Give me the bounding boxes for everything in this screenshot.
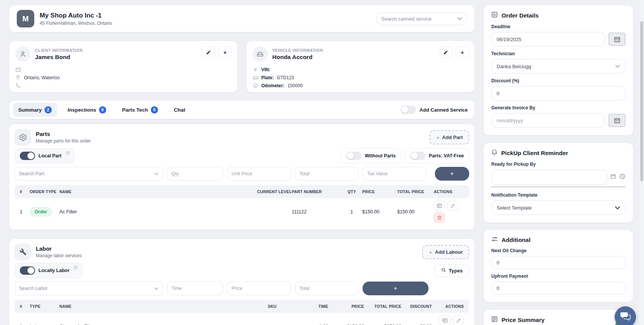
notification-template-select[interactable]: Select Template	[491, 200, 625, 215]
vehicle-plate-row: Plate: GTD123	[252, 74, 468, 82]
sidebar: Order Details Deadline Technician Danka …	[484, 5, 633, 325]
deadline-input[interactable]	[491, 32, 605, 46]
scrollbar-thumb[interactable]	[640, 21, 643, 181]
labor-total-input-wrap	[295, 282, 359, 295]
help-icon[interactable]: ?	[66, 151, 70, 155]
tab-inspections[interactable]: Inspections 0	[62, 103, 112, 117]
add-vehicle-button[interactable]: +	[455, 46, 469, 58]
chevron-down-icon	[154, 173, 158, 175]
labor-time-input-wrap	[167, 282, 223, 295]
ready-pickup-input[interactable]	[491, 170, 607, 185]
shop-logo: M	[17, 10, 34, 27]
col-price: PRICE	[362, 189, 397, 194]
add-canned-service-toggle[interactable]	[401, 106, 416, 114]
pickup-reminder-card: PickUp Client Reminder Ready for Pickup …	[484, 143, 633, 223]
edit-vehicle-button[interactable]	[439, 46, 452, 58]
order-type-badge: Order	[30, 207, 52, 216]
next-oil-change-input[interactable]	[491, 256, 625, 269]
col-discount: DISCOUNT	[401, 304, 432, 309]
labor-price: $150.00	[328, 324, 364, 325]
price-summary-card: Price Summary PART MARGIN LABOR MARGIN	[484, 310, 633, 325]
deadline-calendar-button[interactable]	[609, 33, 625, 46]
labor-name: Change Ac Filter	[59, 324, 246, 325]
part-name: Ac Filter	[59, 209, 250, 215]
labor-note-button[interactable]	[439, 315, 451, 325]
price-summary-icon	[491, 316, 498, 324]
types-button[interactable]: Types	[435, 264, 469, 277]
part-total-price: $150.00	[397, 209, 434, 215]
local-part-toggle[interactable]	[20, 152, 35, 160]
chevron-down-icon	[154, 287, 158, 290]
part-qty-input[interactable]	[171, 171, 219, 176]
part-edit-button[interactable]	[447, 201, 458, 211]
plus-icon: +	[436, 134, 439, 141]
locally-labor-toggle[interactable]	[20, 266, 35, 275]
shop-header-text: My Shop Auto Inc -1 45 FisherHallman, Wi…	[40, 12, 112, 26]
help-icon[interactable]: ?	[74, 266, 78, 270]
tab-label: Inspections	[68, 107, 96, 113]
chat-button[interactable]	[615, 306, 636, 325]
col-time: TIME	[276, 304, 328, 309]
canned-service-select[interactable]: Search canned service	[376, 12, 467, 25]
calendar-icon	[610, 174, 616, 181]
part-note-button[interactable]	[434, 201, 445, 211]
edit-client-button[interactable]	[201, 46, 215, 58]
license-plate-icon	[252, 76, 258, 80]
search-part-select[interactable]: Search Part	[14, 167, 163, 181]
plate-value: GTD123	[277, 75, 294, 80]
invoice-calendar-button[interactable]	[609, 114, 625, 127]
plus-icon: +	[394, 285, 397, 292]
part-unit-price-input[interactable]	[232, 171, 286, 176]
col-price: PRICE	[328, 304, 364, 309]
discount-input[interactable]	[491, 86, 625, 101]
vin-label: VIN:	[261, 67, 270, 72]
add-labor-row-button[interactable]: +	[363, 282, 428, 295]
part-number: 111122	[292, 209, 341, 215]
add-part-row-button[interactable]: +	[435, 167, 469, 181]
upfront-payment-input[interactable]	[491, 282, 625, 295]
labor-total-input[interactable]	[299, 286, 354, 291]
labor-time: 1.00	[276, 324, 328, 325]
invoice-date-input[interactable]	[491, 113, 605, 128]
location-pin-icon	[15, 75, 21, 80]
col-total-price: TOTAL PRICE	[364, 304, 401, 309]
add-part-button[interactable]: + Add Part	[430, 130, 469, 144]
client-location: Ontario, Waterloo	[24, 75, 60, 80]
local-part-label: Local Part	[38, 153, 61, 158]
without-parts-toggle[interactable]	[346, 152, 361, 160]
vehicle-section-label: VEHICLE INFORMATION	[272, 48, 323, 53]
add-labour-button[interactable]: + Add Labour	[422, 245, 469, 259]
chevron-down-icon	[615, 65, 620, 68]
part-total-input[interactable]	[299, 171, 354, 176]
labor-edit-button[interactable]	[453, 315, 464, 325]
tab-summary[interactable]: Summary 2	[13, 103, 57, 117]
locally-labor-chip: Locally Labor ?	[14, 263, 82, 278]
vat-free-toggle[interactable]	[410, 152, 425, 160]
tab-badge: 0	[151, 106, 158, 114]
search-labor-select[interactable]: Search Labor	[14, 282, 163, 295]
add-client-button[interactable]: +	[218, 46, 232, 58]
labor-title: Labor	[36, 245, 82, 252]
vehicle-odometer-row: Odometer: 150000	[252, 82, 468, 90]
vehicle-name: Honda Accord	[272, 54, 323, 61]
part-delete-button[interactable]	[434, 213, 445, 223]
tab-parts-tech[interactable]: Parts Tech 0	[117, 103, 163, 117]
notification-template-value: Select Template	[497, 205, 532, 211]
labor-table-header: # TYPE NAME SKU TIME PRICE TOTAL PRICE D…	[14, 300, 469, 313]
client-info-card: CLIENT INFORMATION James Bond +	[9, 41, 237, 92]
col-qty: QTY	[341, 189, 362, 194]
parts-table-header: # ORDER TYPE NAME CURRENT LEVEL PART NUM…	[14, 185, 469, 198]
bell-icon	[491, 149, 497, 157]
page-scrollbar[interactable]	[639, 0, 644, 325]
col-order-type: ORDER TYPE	[30, 189, 59, 194]
car-icon	[252, 46, 268, 62]
col-total-price: TOTAL PRICE	[397, 189, 434, 194]
technician-select[interactable]: Danka Belciugg	[491, 59, 625, 74]
part-tax-value-input[interactable]	[367, 171, 422, 176]
mail-icon	[15, 67, 21, 72]
labor-price-input[interactable]	[232, 286, 286, 291]
labor-time-input[interactable]	[171, 286, 219, 291]
add-labour-label: Add Labour	[435, 249, 463, 255]
tab-chat[interactable]: Chat	[169, 104, 191, 116]
shop-header-card: M My Shop Auto Inc -1 45 FisherHallman, …	[9, 5, 475, 32]
